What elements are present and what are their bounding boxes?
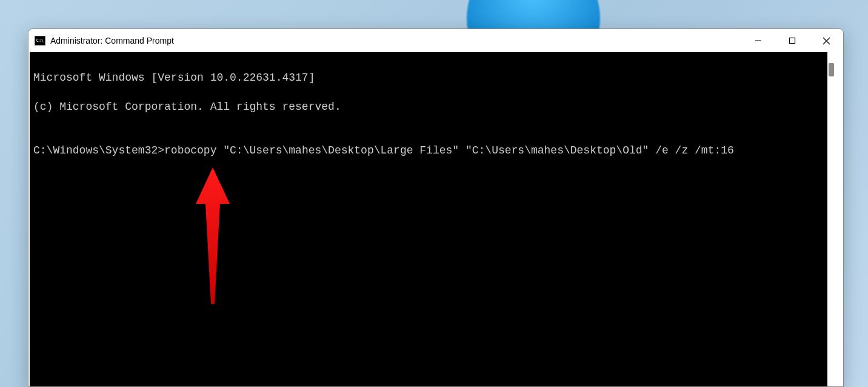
minimize-button[interactable] [741,29,775,52]
maximize-icon [789,37,796,44]
window-title: Administrator: Command Prompt [50,36,174,45]
terminal-prompt-line: C:\Windows\System32>robocopy "C:\Users\m… [33,143,824,158]
close-button[interactable] [809,29,843,52]
terminal-output-line: Microsoft Windows [Version 10.0.22631.43… [33,70,824,85]
terminal[interactable]: Microsoft Windows [Version 10.0.22631.43… [30,52,827,386]
window-controls [741,29,843,52]
svg-marker-4 [196,167,230,304]
close-icon [823,37,830,45]
scrollbar-thumb[interactable] [829,63,834,76]
scrollbar[interactable] [827,52,835,386]
annotation-arrow-icon [195,167,231,307]
terminal-prompt: C:\Windows\System32> [33,144,164,156]
cmd-icon [35,36,45,45]
titlebar[interactable]: Administrator: Command Prompt [28,29,843,52]
command-prompt-window: Administrator: Command Prompt Microsof [28,29,844,387]
maximize-button[interactable] [775,29,809,52]
terminal-container: Microsoft Windows [Version 10.0.22631.43… [28,52,843,386]
svg-rect-1 [790,38,795,44]
terminal-output-line: (c) Microsoft Corporation. All rights re… [33,99,824,114]
minimize-icon [755,37,762,44]
terminal-command: robocopy "C:\Users\mahes\Desktop\Large F… [164,144,734,156]
